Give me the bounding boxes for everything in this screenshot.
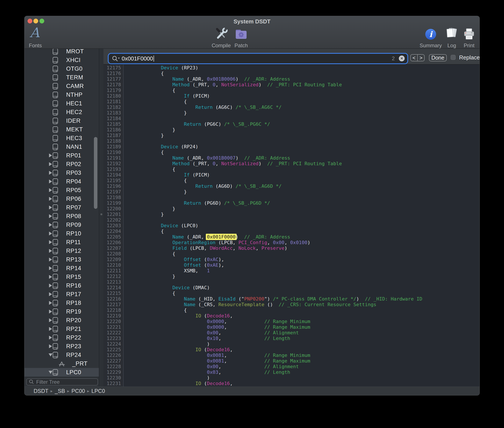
- code-line[interactable]: 12202: [103, 217, 479, 223]
- code-line[interactable]: 12214 Device (DMAC): [103, 285, 479, 290]
- compile-button-label[interactable]: Compile: [212, 42, 231, 49]
- tree-item-RP11[interactable]: RP11: [25, 238, 99, 247]
- code-line[interactable]: 12231 IO (Decode16,: [103, 381, 479, 386]
- tree-item-RP16[interactable]: RP16: [25, 281, 99, 290]
- tree-item-RP23[interactable]: RP23: [25, 342, 99, 351]
- tree-item-RP03[interactable]: RP03: [25, 168, 99, 177]
- code-line[interactable]: 12194 If (PICM): [103, 172, 479, 178]
- next-match-button[interactable]: >: [418, 55, 424, 61]
- code-line[interactable]: 12178 Method (_PRT, 0, NotSerialized) //…: [103, 82, 479, 88]
- code-line[interactable]: 12224 ): [103, 341, 479, 347]
- tree-item-NTHP[interactable]: NTHP: [25, 91, 99, 99]
- tree-item-RP18[interactable]: RP18: [25, 299, 99, 307]
- code-line[interactable]: 12201 }: [103, 212, 479, 217]
- tree-item-RP07[interactable]: RP07: [25, 203, 99, 212]
- code-line[interactable]: 12225 IO (Decode16,: [103, 347, 479, 353]
- tree-item-RP01[interactable]: RP01: [25, 151, 99, 160]
- tree-item-RP10[interactable]: RP10: [25, 229, 99, 238]
- tree-item-RP15[interactable]: RP15: [25, 272, 99, 281]
- code-line[interactable]: 12218 {: [103, 307, 479, 313]
- summary-info-icon[interactable]: i: [425, 28, 437, 40]
- code-line[interactable]: 12188: [103, 138, 479, 144]
- tree-item-_PRT[interactable]: _PRT: [25, 359, 99, 368]
- replace-checkbox[interactable]: [451, 55, 456, 60]
- breadcrumb-item-DSDT[interactable]: DSDT: [34, 388, 48, 394]
- code-line[interactable]: 12212 }: [103, 274, 479, 279]
- code-line[interactable]: 12180 If (PICM): [103, 93, 479, 99]
- breadcrumb-item-PC00[interactable]: PC00: [71, 388, 85, 394]
- code-line[interactable]: 12223 0x10, // Length: [103, 336, 479, 341]
- code-line[interactable]: 12204 {: [103, 229, 479, 234]
- code-line[interactable]: 12207 Field (LPCB, DWordAcc, NoLock, Pre…: [103, 246, 479, 251]
- search-icon[interactable]: [112, 55, 120, 62]
- code-line[interactable]: 12192 Method (_PRT, 0, NotSerialized) //…: [103, 161, 479, 166]
- code-line[interactable]: 12203 Device (LPC0): [103, 223, 479, 229]
- tree-item-RP02[interactable]: RP02: [25, 160, 99, 168]
- patch-button-label[interactable]: Patch: [234, 42, 248, 49]
- code-line[interactable]: 12191 Name (_ADR, 0x001B0007) // _ADR: A…: [103, 155, 479, 161]
- code-line[interactable]: 12228 0x00, // Alignment: [103, 364, 479, 370]
- code-line[interactable]: 12213: [103, 279, 479, 285]
- previous-match-button[interactable]: <: [411, 55, 418, 61]
- disclosure-collapsed-icon[interactable]: [49, 240, 52, 244]
- code-line[interactable]: 12219 IO (Decode16,: [103, 313, 479, 319]
- disclosure-collapsed-icon[interactable]: [49, 231, 52, 235]
- search-input[interactable]: 0x001F0000 2 ✕: [109, 54, 407, 63]
- tree-item-RP05[interactable]: RP05: [25, 186, 99, 195]
- tree-item-NAN1[interactable]: NAN1: [25, 142, 99, 151]
- summary-button-label[interactable]: Summary: [420, 42, 442, 49]
- code-line[interactable]: 12206 OperationRegion (LPCB, PCI_Config,…: [103, 240, 479, 246]
- code-line[interactable]: 12230 ): [103, 375, 479, 381]
- code-line[interactable]: 12195 {: [103, 178, 479, 183]
- tree-item-RP21[interactable]: RP21: [25, 325, 99, 333]
- disclosure-collapsed-icon[interactable]: [49, 344, 52, 348]
- breadcrumb-item-_SB[interactable]: _SB: [55, 388, 65, 394]
- disclosure-collapsed-icon[interactable]: [49, 301, 52, 305]
- tree-item-HEC2[interactable]: HEC2: [25, 108, 99, 116]
- code-line[interactable]: 12226 0x0081, // Range Minimum: [103, 353, 479, 358]
- tree-item-RP13[interactable]: RP13: [25, 255, 99, 264]
- tree-item-RP24[interactable]: RP24: [25, 351, 99, 359]
- disclosure-collapsed-icon[interactable]: [49, 223, 52, 227]
- code-line[interactable]: 12200 }: [103, 206, 479, 212]
- code-line[interactable]: 12177 Name (_ADR, 0x001B0006) // _ADR: A…: [103, 76, 479, 82]
- fonts-icon[interactable]: A: [30, 26, 40, 40]
- tree-item-RP20[interactable]: RP20: [25, 316, 99, 325]
- disclosure-expanded-icon[interactable]: [49, 354, 52, 356]
- code-line[interactable]: 12197 }: [103, 189, 479, 195]
- code-line[interactable]: 12184: [103, 116, 479, 121]
- code-line[interactable]: 12179 {: [103, 88, 479, 93]
- code-line[interactable]: 12220 0x0000, // Range Minimum: [103, 319, 479, 324]
- code-line[interactable]: 12215 {: [103, 290, 479, 296]
- code-line[interactable]: 12210 Offset (0xAE),: [103, 262, 479, 268]
- patch-icon[interactable]: [234, 27, 248, 41]
- code-line[interactable]: 12190 {: [103, 150, 479, 155]
- pane-splitter[interactable]: [99, 49, 103, 387]
- tree-item-RP19[interactable]: RP19: [25, 307, 99, 316]
- code-line[interactable]: 12175 Device (RP23): [103, 65, 479, 71]
- print-button-label[interactable]: Print: [464, 42, 474, 49]
- disclosure-collapsed-icon[interactable]: [49, 310, 52, 313]
- code-line[interactable]: 12187 }: [103, 133, 479, 138]
- compile-icon[interactable]: [214, 27, 228, 41]
- dsdt-tree[interactable]: MROTXHCIOTG0TERMCAMRNTHPHEC1HEC2IDERMEKT…: [25, 49, 99, 377]
- code-line[interactable]: 12216 Name (_HID, EisaId ("PNP0200") /* …: [103, 296, 479, 302]
- code-line[interactable]: 12186 }: [103, 127, 479, 133]
- disclosure-collapsed-icon[interactable]: [49, 162, 52, 166]
- disclosure-collapsed-icon[interactable]: [49, 275, 52, 279]
- tree-item-RP12[interactable]: RP12: [25, 247, 99, 255]
- disclosure-collapsed-icon[interactable]: [49, 206, 52, 209]
- code-line[interactable]: 12227 0x0081, // Range Maximum: [103, 358, 479, 364]
- code-line[interactable]: 12211 XSMB, 1: [103, 268, 479, 274]
- disclosure-collapsed-icon[interactable]: [49, 318, 52, 322]
- code-line[interactable]: 12182 Return (AG6C) /* \_SB_.AG6C */: [103, 105, 479, 110]
- tree-item-RP17[interactable]: RP17: [25, 290, 99, 299]
- code-line[interactable]: 12193 {: [103, 166, 479, 172]
- tree-item-TERM[interactable]: TERM: [25, 73, 99, 82]
- tree-item-RP09[interactable]: RP09: [25, 221, 99, 229]
- disclosure-collapsed-icon[interactable]: [49, 188, 52, 192]
- code-line[interactable]: 12221 0x0000, // Range Maximum: [103, 324, 479, 330]
- tree-item-XHCI[interactable]: XHCI: [25, 56, 99, 64]
- tree-item-HEC3[interactable]: HEC3: [25, 134, 99, 142]
- tree-item-RP06[interactable]: RP06: [25, 195, 99, 203]
